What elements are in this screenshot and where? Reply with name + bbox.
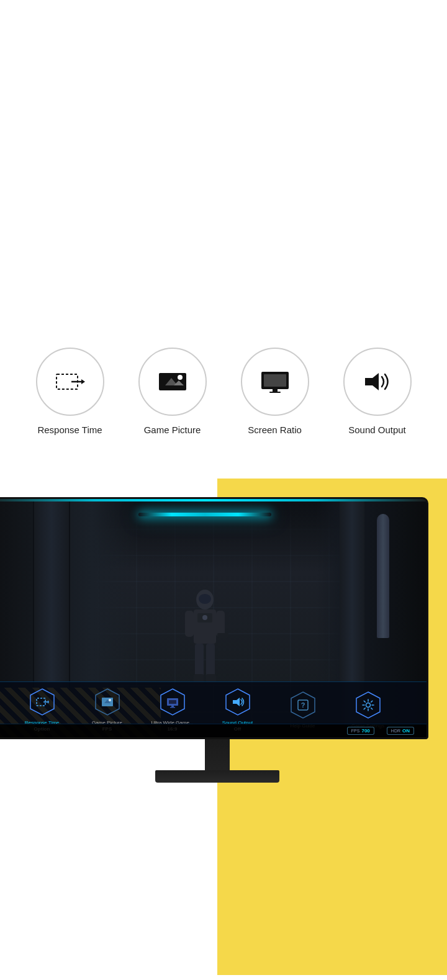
monitor-section: Response Time Option <box>0 460 447 980</box>
hud-game-settings-icon <box>361 698 375 712</box>
hdr-label: HDR <box>391 729 400 733</box>
hud-game-picture-icon-wrap <box>93 688 122 716</box>
svg-marker-11 <box>365 373 379 390</box>
response-time-icon <box>54 369 86 394</box>
top-white-space <box>0 0 447 335</box>
hud-help-guide-icon-wrap: ? <box>289 691 317 719</box>
svg-rect-35 <box>171 706 174 707</box>
hud-ultra-wide-icon-wrap <box>158 688 187 716</box>
feature-item-screen-ratio: Screen Ratio <box>227 348 323 435</box>
svg-text:?: ? <box>300 701 305 709</box>
sound-output-label: Sound Output <box>348 425 406 435</box>
response-time-label: Response Time <box>37 425 102 435</box>
cyan-light-strip <box>138 513 271 516</box>
monitor-screen: Response Time Option <box>0 501 427 737</box>
hud-ultra-wide-icon <box>166 695 179 709</box>
hud-sound-output-icon <box>231 695 245 709</box>
fps-tag: FPS 700 <box>347 727 374 735</box>
sound-output-circle <box>343 348 412 416</box>
fps-label: FPS <box>351 729 360 733</box>
hud-game-settings-icon-wrap <box>354 691 382 719</box>
svg-rect-17 <box>185 611 194 637</box>
svg-rect-8 <box>264 374 286 387</box>
svg-rect-9 <box>273 389 278 392</box>
game-picture-circle <box>138 348 207 416</box>
screen-ratio-circle <box>241 348 309 416</box>
screen-ratio-label: Screen Ratio <box>248 425 302 435</box>
fps-value: 700 <box>361 728 369 734</box>
character-svg <box>180 588 230 688</box>
svg-rect-19 <box>217 633 228 638</box>
feature-item-sound-output: Sound Output <box>329 348 425 435</box>
svg-marker-27 <box>48 700 49 704</box>
svg-marker-38 <box>233 698 240 706</box>
svg-point-16 <box>202 615 207 620</box>
svg-point-31 <box>109 699 111 701</box>
game-character <box>180 588 230 688</box>
missile-weapon <box>377 514 389 638</box>
svg-rect-10 <box>269 392 281 393</box>
feature-item-response-time: Response Time <box>22 348 118 435</box>
bottom-hud-bar: FPS 700 HDR ON <box>0 724 427 737</box>
game-picture-icon <box>156 369 189 394</box>
screen-ratio-icon <box>259 369 291 394</box>
sound-output-icon <box>361 369 394 394</box>
hud-response-icon <box>35 695 49 709</box>
hdr-value: ON <box>402 728 410 734</box>
monitor-frame: Response Time Option <box>0 497 428 739</box>
svg-rect-20 <box>195 644 204 678</box>
svg-point-13 <box>199 594 211 604</box>
game-picture-label: Game Picture <box>144 425 201 435</box>
svg-rect-34 <box>169 700 176 704</box>
svg-rect-36 <box>170 707 175 708</box>
svg-point-6 <box>178 375 183 380</box>
hdr-tag: HDR ON <box>387 727 414 735</box>
svg-marker-2 <box>81 379 85 384</box>
response-time-circle <box>36 348 104 416</box>
svg-rect-18 <box>216 611 225 637</box>
monitor-neck <box>205 739 230 770</box>
hud-response-time-icon-wrap <box>28 688 56 716</box>
monitor-base <box>155 770 279 783</box>
hud-game-picture-icon <box>101 695 114 709</box>
svg-rect-21 <box>206 644 215 678</box>
hud-help-guide-icon: ? <box>296 698 310 712</box>
svg-point-43 <box>366 703 370 707</box>
feature-item-game-picture: Game Picture <box>124 348 220 435</box>
monitor-wrapper: Response Time Option <box>0 497 447 783</box>
features-section: Response Time Game Picture <box>0 335 447 460</box>
hud-sound-output-icon-wrap <box>224 688 252 716</box>
